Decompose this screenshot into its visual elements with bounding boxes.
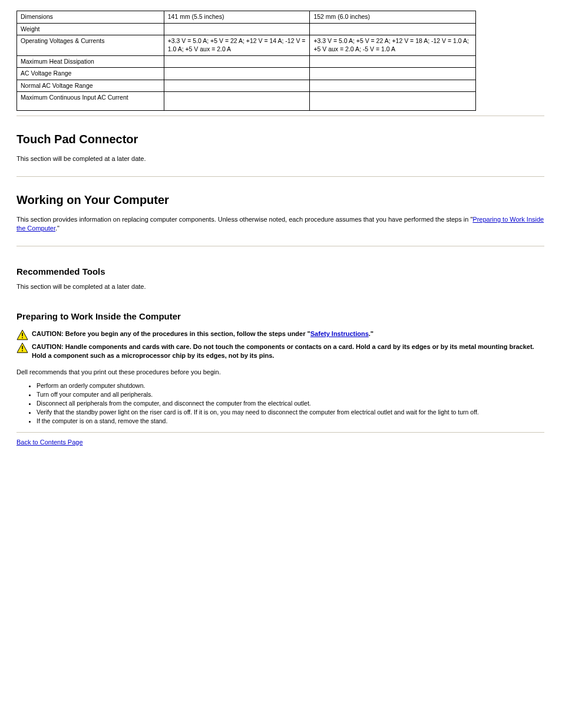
spec-value-b [310, 68, 476, 80]
spec-value-a [164, 92, 310, 111]
list-item: If the computer is on a stand, remove th… [37, 417, 544, 426]
spec-value-b [310, 92, 476, 111]
table-row: Weight [17, 23, 476, 35]
spec-label: Weight [17, 23, 164, 35]
working-body: This section provides information on rep… [16, 215, 544, 233]
caution-1-prefix: CAUTION: Before you begin any of the pro… [32, 330, 310, 337]
section-rule [16, 176, 544, 177]
list-item: Perform an orderly computer shutdown. [37, 381, 544, 390]
recommend-text: Dell recommends that you print out these… [16, 368, 544, 375]
warning-icon [16, 342, 28, 353]
back-to-contents-link[interactable]: Back to Contents Page [16, 439, 83, 446]
preparing-heading: Preparing to Work Inside the Computer [16, 311, 544, 321]
table-row: Normal AC Voltage Range [17, 80, 476, 92]
tools-heading: Recommended Tools [16, 266, 544, 276]
section-rule [16, 116, 544, 116]
list-item: Verify that the standby power light on t… [37, 408, 544, 417]
spec-value-a [164, 68, 310, 80]
specification-table: Dimensions 141 mm (5.5 inches) 152 mm (6… [16, 11, 476, 111]
caution-2-text: CAUTION: Handle components and cards wit… [32, 342, 544, 360]
touchpad-body: This section will be completed at a late… [16, 154, 544, 163]
touchpad-heading: Touch Pad Connector [16, 133, 544, 146]
table-row: Maximum Continuous Input AC Current [17, 92, 476, 111]
spec-value-a [164, 80, 310, 92]
spec-value-a [164, 55, 310, 68]
spec-value-a: 141 mm (5.5 inches) [164, 11, 310, 24]
spec-value-b: +3.3 V = 5.0 A; +5 V = 22 A; +12 V = 18 … [310, 35, 476, 55]
spec-value-a: +3.3 V = 5.0 A; +5 V = 22 A; +12 V = 14 … [164, 35, 310, 55]
spec-value-b: 152 mm (6.0 inches) [310, 11, 476, 24]
spec-label: Maximum Continuous Input AC Current [17, 92, 164, 111]
table-row: AC Voltage Range [17, 68, 476, 80]
tools-text: This section will be completed at a late… [16, 282, 544, 291]
svg-rect-3 [22, 350, 23, 351]
section-rule [16, 432, 544, 433]
working-text-after: ." [55, 225, 59, 232]
svg-rect-0 [22, 333, 23, 337]
working-paragraph: This section provides information on rep… [16, 215, 544, 233]
working-heading: Working on Your Computer [16, 193, 544, 207]
spec-value-b [310, 23, 476, 35]
caution-1-suffix: ." [369, 330, 373, 337]
list-item: Disconnect all peripherals from the comp… [37, 399, 544, 408]
touchpad-text: This section will be completed at a late… [16, 154, 544, 163]
spec-label: Dimensions [17, 11, 164, 24]
working-text: This section provides information on rep… [16, 216, 472, 223]
warning-icon [16, 330, 28, 340]
svg-rect-1 [22, 337, 23, 338]
table-row: Dimensions 141 mm (5.5 inches) 152 mm (6… [17, 11, 476, 24]
spec-label: Operating Voltages & Currents [17, 35, 164, 55]
spec-label: Maximum Heat Dissipation [17, 55, 164, 68]
table-row: Maximum Heat Dissipation [17, 55, 476, 68]
spec-value-b [310, 80, 476, 92]
caution-2: CAUTION: Handle components and cards wit… [16, 342, 544, 360]
caution-1: CAUTION: Before you begin any of the pro… [16, 330, 544, 340]
safety-instructions-link[interactable]: Safety Instructions [310, 330, 369, 337]
list-item: Turn off your computer and all periphera… [37, 390, 544, 399]
spec-label: AC Voltage Range [17, 68, 164, 80]
svg-rect-2 [22, 346, 23, 350]
preparation-steps: Perform an orderly computer shutdown. Tu… [37, 381, 544, 426]
section-rule [16, 246, 544, 246]
spec-label: Normal AC Voltage Range [17, 80, 164, 92]
spec-value-a [164, 23, 310, 35]
spec-value-b [310, 55, 476, 68]
table-row: Operating Voltages & Currents +3.3 V = 5… [17, 35, 476, 55]
tools-body: This section will be completed at a late… [16, 282, 544, 291]
caution-1-text: CAUTION: Before you begin any of the pro… [32, 330, 373, 338]
